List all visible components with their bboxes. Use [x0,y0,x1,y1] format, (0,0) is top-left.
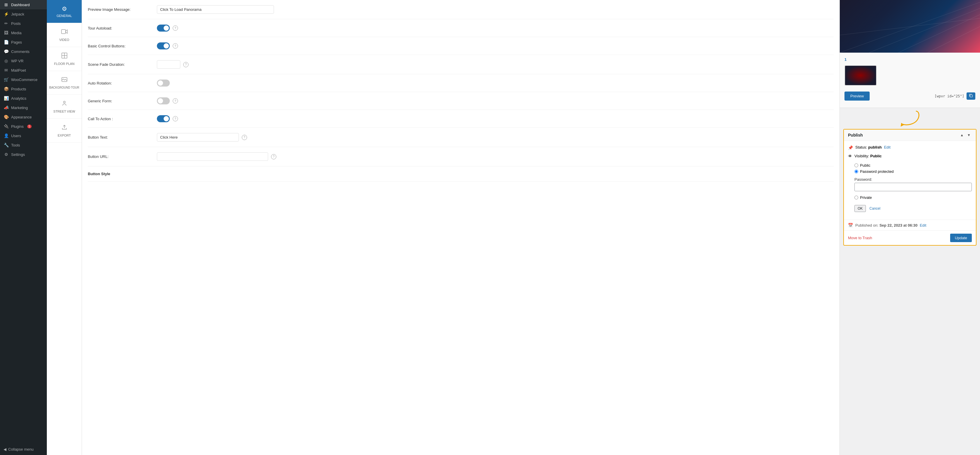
sidebar-item-label: Posts [11,21,21,26]
sidebar-item-comments[interactable]: 💬 Comments [0,47,47,56]
radio-public[interactable]: Public [854,163,894,168]
sub-item-background-tour[interactable]: BACKGROUND TOUR [47,71,82,95]
sub-item-video[interactable]: VIDEO [47,23,82,47]
sidebar-item-label: Users [11,134,21,138]
thumbnail-image[interactable] [845,65,877,86]
marketing-icon: 📣 [3,105,9,110]
field-control-button-text: ? [157,133,834,141]
field-control-call-to-action: ? [157,115,834,122]
sub-item-export[interactable]: EXPORT [47,119,82,143]
sub-item-floor-plan[interactable]: FLOOR PLAN [47,47,82,71]
basic-control-buttons-info-icon[interactable]: ? [173,43,178,49]
analytics-icon: 📊 [3,96,9,101]
sidebar-item-pages[interactable]: 📄 Pages [0,37,47,47]
preview-button[interactable]: Preview [845,92,870,101]
button-url-input[interactable] [157,152,268,161]
sidebar-item-settings[interactable]: ⚙ Settings [0,150,47,159]
tour-autoload-toggle[interactable] [157,25,170,32]
scene-fade-duration-info-icon[interactable]: ? [183,62,189,67]
password-label: Password: [854,177,972,182]
call-to-action-toggle[interactable] [157,115,170,122]
curved-arrow-icon [898,109,922,127]
svg-marker-12 [900,123,904,127]
button-text-info-icon[interactable]: ? [242,135,247,140]
field-button-style: Button Style [88,166,834,182]
sub-item-street-view[interactable]: STREET VIEW [47,95,82,119]
sidebar-item-label: Dashboard [11,3,30,7]
sidebar-item-products[interactable]: 📦 Products [0,84,47,94]
svg-line-6 [840,0,980,52]
plugins-icon: 🔌 [3,124,9,128]
woocommerce-icon: 🛒 [3,77,9,82]
ok-button[interactable]: OK [854,205,866,212]
generic-form-info-icon[interactable]: ? [173,98,178,103]
radio-private-label: Private [860,195,872,200]
generic-form-toggle[interactable] [157,97,170,105]
media-icon: 🖼 [3,30,9,35]
calendar-icon: 📅 [848,223,853,227]
toggle-slider [157,97,170,105]
sub-sidebar: ⚙ GENERAL VIDEO FLOOR PLAN BACK [47,0,82,455]
sub-item-general[interactable]: ⚙ GENERAL [47,0,82,23]
basic-control-buttons-toggle[interactable] [157,43,170,49]
button-text-input[interactable] [157,133,239,141]
field-scene-fade-duration: Scene Fade Duration: ? [88,55,834,74]
publish-status-row: 📌 Status: publish Edit [848,145,972,150]
field-generic-form: Generic Form: ? [88,92,834,110]
preview-image-message-input[interactable] [157,5,274,14]
published-on-label: Published on: [855,223,878,227]
settings-icon: ⚙ [3,152,9,157]
publish-box: Publish ▲ ▼ 📌 Status: publish Edit 👁 [843,129,977,246]
wpvr-icon: ◎ [3,59,9,63]
radio-private[interactable]: Private [854,195,872,200]
toggle-slider [157,43,170,49]
copy-shortcode-button[interactable] [967,92,975,100]
sidebar-item-mailpoet[interactable]: ✉ MailPoet [0,65,47,75]
visibility-label-text: Visibility: Public [854,154,881,158]
sidebar-item-marketing[interactable]: 📣 Marketing [0,103,47,112]
sidebar-item-posts[interactable]: ✏ Posts [0,19,47,28]
move-to-trash-link[interactable]: Move to Trash [848,236,872,240]
sidebar-item-label: Marketing [11,106,28,110]
sidebar-item-analytics[interactable]: 📊 Analytics [0,94,47,103]
main-sidebar: ⊞ Dashboard ⚡ Jetpack ✏ Posts 🖼 Media 📄 … [0,0,47,455]
sidebar-item-label: Pages [11,40,22,44]
sidebar-item-appearance[interactable]: 🎨 Appearance [0,112,47,122]
published-on-edit-link[interactable]: Edit [920,223,926,227]
collapse-menu-button[interactable]: ◀ Collapse menu [0,444,47,455]
field-label-tour-autoload: Tour Autoload: [88,26,152,30]
publish-controls: ▲ ▼ [959,132,972,138]
tour-autoload-info-icon[interactable]: ? [173,25,178,31]
sidebar-item-dashboard[interactable]: ⊞ Dashboard [0,0,47,10]
auto-rotation-toggle[interactable] [157,79,170,87]
field-preview-image-message: Preview Image Message: [88,0,834,19]
sidebar-item-users[interactable]: 👤 Users [0,131,47,140]
sidebar-item-tools[interactable]: 🔧 Tools [0,140,47,150]
status-edit-link[interactable]: Edit [884,145,891,149]
preview-actions: Preview [wpvr id="25"] [845,89,975,103]
field-control-basic-control-buttons: ? [157,43,834,49]
radio-public-input[interactable] [854,163,858,167]
publish-collapse-button[interactable]: ▲ [959,132,965,138]
sidebar-item-media[interactable]: 🖼 Media [0,28,47,37]
call-to-action-info-icon[interactable]: ? [173,116,178,121]
sidebar-item-plugins[interactable]: 🔌 Plugins 5 [0,122,47,131]
update-button[interactable]: Update [950,234,972,242]
publish-expand-button[interactable]: ▼ [966,132,972,138]
scene-fade-duration-input[interactable] [157,60,180,69]
cancel-button[interactable]: Cancel [868,205,881,212]
password-input[interactable] [854,183,972,191]
button-url-info-icon[interactable]: ? [271,154,276,159]
sidebar-item-jetpack[interactable]: ⚡ Jetpack [0,10,47,19]
radio-password-protected[interactable]: Password protected [854,169,894,174]
field-label-generic-form: Generic Form: [88,99,152,103]
radio-password-input[interactable] [854,170,858,173]
sidebar-item-label: Comments [11,49,30,54]
publish-status-label: Status: publish Edit [855,145,891,149]
svg-line-8 [869,6,980,52]
password-section: Password: [854,177,972,191]
radio-private-input[interactable] [854,196,858,200]
plugins-badge: 5 [27,125,32,128]
sidebar-item-woocommerce[interactable]: 🛒 WooCommerce [0,75,47,84]
sidebar-item-wpvr[interactable]: ◎ WP VR [0,56,47,65]
